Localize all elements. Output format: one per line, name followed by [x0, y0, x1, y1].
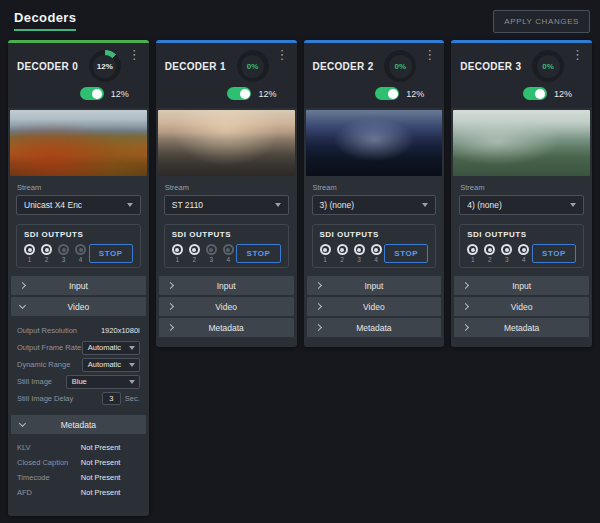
stream-select[interactable]: Unicast X4 Enc: [16, 195, 141, 215]
sdi-outputs-panel: SDI OUTPUTS 1234 STOP: [459, 224, 584, 268]
usage-donut: 0%: [384, 50, 416, 82]
section-label: Metadata: [307, 323, 442, 333]
sdi-outputs-title: SDI OUTPUTS: [467, 230, 576, 239]
sdi-output-toggle-1[interactable]: 1: [467, 244, 478, 263]
section-label: Input: [159, 281, 294, 291]
sdi-toggles: 1234: [320, 244, 382, 263]
section-header-video[interactable]: Video: [11, 297, 146, 316]
stream-select[interactable]: 3) (none): [312, 195, 437, 215]
field-row-still-image: Still ImageBlue: [17, 373, 140, 390]
stream-selected-value: ST 2110: [172, 200, 203, 210]
sections: InputVideoMetadata: [451, 276, 592, 343]
kebab-menu-icon[interactable]: ⋮: [276, 50, 289, 60]
sdi-outputs-row: 1234 STOP: [24, 244, 133, 263]
sdi-output-toggle-2[interactable]: 2: [337, 244, 348, 263]
field-suffix: Sec.: [125, 394, 140, 403]
field-input-group: Sec.: [102, 392, 140, 405]
sdi-outputs-row: 1234 STOP: [467, 244, 576, 263]
section-header-video[interactable]: Video: [159, 297, 294, 316]
section-header-metadata[interactable]: Metadata: [11, 415, 146, 434]
sdi-output-toggle-4[interactable]: 4: [371, 244, 382, 263]
decoder-title: DECODER 2: [313, 61, 385, 72]
sdi-toggle-circle: [58, 244, 69, 255]
sdi-output-toggle-2[interactable]: 2: [484, 244, 495, 263]
sdi-output-toggle-4[interactable]: 4: [75, 244, 86, 263]
sdi-toggle-circle: [41, 244, 52, 255]
sdi-toggle-circle: [337, 244, 348, 255]
field-label: AFD: [17, 488, 81, 497]
field-row-dynamic-range: Dynamic RangeAutomatic: [17, 356, 140, 373]
decoder-card: DECODER 1 0% ⋮ 12% Stream ST 2110 SDI OU…: [156, 40, 297, 347]
field-row-klv: KLVNot Present: [17, 440, 140, 455]
sdi-output-toggle-3[interactable]: 3: [354, 244, 365, 263]
decoder-enable-toggle[interactable]: [523, 87, 547, 100]
sdi-output-number: 1: [175, 256, 179, 263]
section-header-metadata[interactable]: Metadata: [454, 318, 589, 337]
usage-donut: 0%: [532, 50, 564, 82]
video-preview-thumbnail: [306, 110, 443, 176]
sdi-output-toggle-3[interactable]: 3: [501, 244, 512, 263]
field-label: Timecode: [17, 473, 81, 482]
sdi-output-toggle-4[interactable]: 4: [518, 244, 529, 263]
still-image-select[interactable]: Blue: [66, 375, 140, 389]
stream-selected-value: Unicast X4 Enc: [24, 200, 82, 210]
sdi-output-toggle-3[interactable]: 3: [58, 244, 69, 263]
video-preview-thumbnail: [453, 110, 590, 176]
sdi-toggles: 1234: [24, 244, 86, 263]
sdi-output-toggle-1[interactable]: 1: [320, 244, 331, 263]
decoder-enable-toggle[interactable]: [227, 87, 251, 100]
sdi-output-toggle-2[interactable]: 2: [41, 244, 52, 263]
decoder-card-header: DECODER 1 0% ⋮ 12%: [156, 43, 297, 108]
output-frame-rate-select[interactable]: Automatic: [82, 341, 140, 355]
sdi-outputs-row: 1234 STOP: [320, 244, 429, 263]
decoder-card-header: DECODER 3 0% ⋮ 12%: [451, 43, 592, 108]
field-label: Still Image Delay: [17, 394, 73, 403]
field-label: Output Frame Rate: [17, 343, 81, 352]
stop-button[interactable]: STOP: [89, 244, 133, 263]
sdi-toggles: 1234: [172, 244, 234, 263]
section-header-video[interactable]: Video: [454, 297, 589, 316]
kebab-menu-icon[interactable]: ⋮: [423, 50, 436, 60]
sdi-output-toggle-3[interactable]: 3: [206, 244, 217, 263]
field-label: Dynamic Range: [17, 360, 70, 369]
section-header-input[interactable]: Input: [159, 276, 294, 295]
sdi-output-toggle-1[interactable]: 1: [24, 244, 35, 263]
sdi-toggle-circle: [206, 244, 217, 255]
stream-select[interactable]: 4) (none): [459, 195, 584, 215]
still-image-delay-input[interactable]: [102, 392, 121, 405]
decoder-enable-toggle[interactable]: [375, 87, 399, 100]
field-value: 1920x1080i: [101, 326, 140, 335]
section-label: Metadata: [454, 323, 589, 333]
section-header-metadata[interactable]: Metadata: [307, 318, 442, 337]
sdi-output-toggle-1[interactable]: 1: [172, 244, 183, 263]
sdi-output-number: 3: [62, 256, 66, 263]
section-header-input[interactable]: Input: [454, 276, 589, 295]
section-header-metadata[interactable]: Metadata: [159, 318, 294, 337]
field-row-closed-caption: Closed CaptionNot Present: [17, 455, 140, 470]
sdi-output-toggle-4[interactable]: 4: [223, 244, 234, 263]
apply-changes-button[interactable]: APPLY CHANGES: [493, 10, 590, 33]
dynamic-range-select[interactable]: Automatic: [82, 358, 140, 372]
sdi-output-number: 1: [28, 256, 32, 263]
stop-button[interactable]: STOP: [236, 244, 280, 263]
stop-button[interactable]: STOP: [384, 244, 428, 263]
sdi-toggle-circle: [223, 244, 234, 255]
stream-select[interactable]: ST 2110: [164, 195, 289, 215]
sdi-output-toggle-2[interactable]: 2: [189, 244, 200, 263]
sdi-toggle-circle: [501, 244, 512, 255]
stop-button[interactable]: STOP: [532, 244, 576, 263]
decoder-enable-toggle[interactable]: [80, 87, 104, 100]
sdi-toggle-circle: [484, 244, 495, 255]
kebab-menu-icon[interactable]: ⋮: [128, 50, 141, 60]
load-percent-label: 12%: [258, 89, 276, 99]
selected-value: Blue: [72, 377, 87, 386]
field-label: Closed Caption: [17, 458, 81, 467]
usage-donut: 0%: [237, 50, 269, 82]
section-header-video[interactable]: Video: [307, 297, 442, 316]
section-header-input[interactable]: Input: [11, 276, 146, 295]
selected-value: Automatic: [88, 343, 121, 352]
section-panel-video: Output Resolution1920x1080iOutput Frame …: [11, 318, 146, 415]
section-header-input[interactable]: Input: [307, 276, 442, 295]
sdi-output-number: 3: [357, 256, 361, 263]
kebab-menu-icon[interactable]: ⋮: [571, 50, 584, 60]
